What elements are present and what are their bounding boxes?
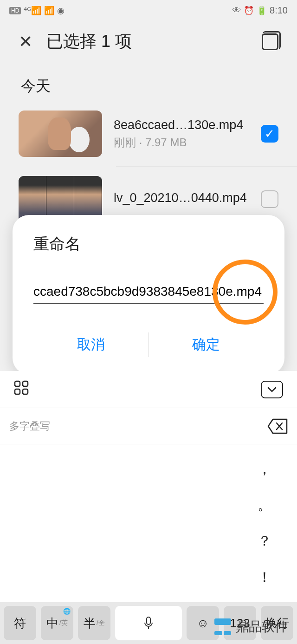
eye-icon: 👁: [232, 6, 241, 15]
hd-badge: HD: [9, 7, 21, 14]
signal-icon: ⁴ᴳ📶: [24, 6, 41, 16]
punct-key[interactable]: ！: [258, 563, 271, 591]
symbol-key[interactable]: 符: [4, 606, 36, 640]
keyboard-switch-icon[interactable]: [14, 380, 29, 398]
file-checkbox[interactable]: ✓: [261, 125, 278, 143]
handwriting-area[interactable]: ， 。 ？ ！: [0, 444, 297, 602]
space-voice-key[interactable]: [115, 606, 182, 640]
clock: 8:10: [270, 5, 288, 16]
svg-rect-1: [23, 381, 28, 386]
width-key[interactable]: 半/全: [78, 606, 110, 640]
file-checkbox[interactable]: [261, 190, 278, 208]
svg-rect-4: [147, 617, 150, 624]
file-name: lv_0_20210…0440.mp4: [114, 191, 249, 205]
close-icon[interactable]: ✕: [19, 32, 32, 52]
divider: [116, 166, 297, 167]
video-thumbnail: [19, 111, 102, 157]
selection-header: ✕ 已选择 1 项: [0, 21, 297, 62]
rename-input[interactable]: [33, 280, 264, 304]
watermark: 鼎品软件: [214, 618, 288, 636]
watermark-logo-icon: [214, 618, 231, 635]
section-today: 今天: [0, 62, 297, 108]
cancel-button[interactable]: 取消: [33, 327, 148, 363]
keyboard: 多字叠写 ， 。 ？ ！ 符 🌐中/英 半/全 ☺ 123 换行: [0, 371, 297, 644]
punct-key[interactable]: 。: [258, 491, 271, 519]
svg-rect-2: [15, 389, 20, 394]
sync-icon: ◉: [57, 6, 65, 16]
wifi-icon: 📶: [44, 6, 54, 16]
file-row[interactable]: 8ea6ccaed…130e.mp4 刚刚 · 7.97 MB ✓: [0, 108, 297, 159]
dialog-title: 重命名: [33, 234, 264, 255]
keyboard-collapse-icon[interactable]: [261, 381, 283, 398]
select-all-button[interactable]: [262, 33, 278, 50]
lang-key[interactable]: 🌐中/英: [41, 606, 73, 640]
status-bar: HD ⁴ᴳ📶 📶 ◉ 👁 ⏰ 🔋 8:10: [0, 0, 297, 21]
punct-key[interactable]: ，: [258, 455, 271, 483]
battery-icon: 🔋: [257, 6, 267, 16]
backspace-icon[interactable]: [267, 418, 288, 434]
header-title: 已选择 1 项: [46, 30, 132, 53]
file-meta: 刚刚 · 7.97 MB: [114, 135, 249, 150]
svg-rect-3: [23, 389, 28, 394]
confirm-button[interactable]: 确定: [148, 327, 264, 363]
alarm-icon: ⏰: [244, 6, 254, 16]
punct-key[interactable]: ？: [258, 527, 271, 555]
rename-dialog: 重命名 取消 确定: [13, 215, 284, 374]
file-name: 8ea6ccaed…130e.mp4: [114, 118, 249, 132]
watermark-text: 鼎品软件: [236, 618, 288, 636]
handwriting-hint: 多字叠写: [9, 419, 50, 433]
svg-rect-0: [15, 381, 20, 386]
